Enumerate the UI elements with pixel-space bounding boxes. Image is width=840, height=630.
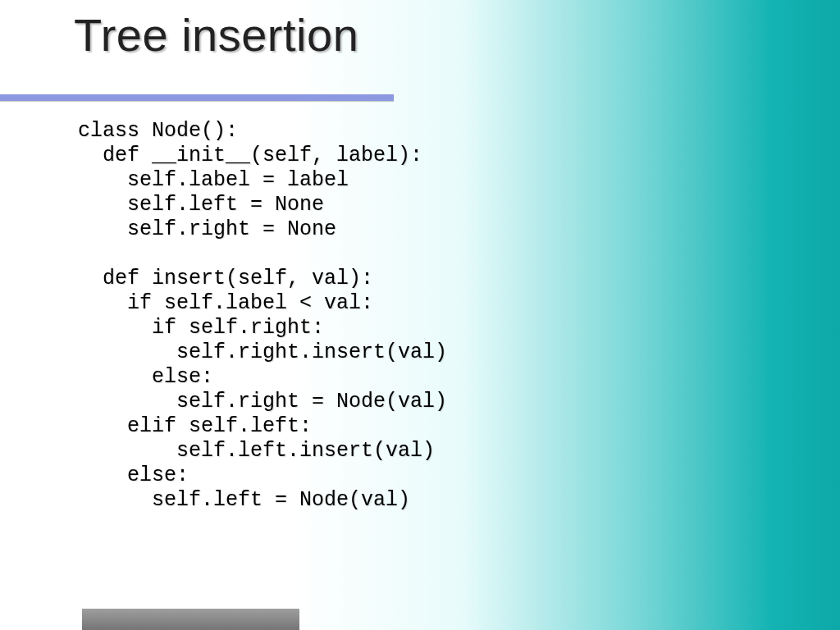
title-underline (0, 94, 394, 101)
slide: Tree insertion class Node(): def __init_… (0, 0, 840, 630)
code-block: class Node(): def __init__(self, label):… (78, 119, 447, 513)
slide-title: Tree insertion (74, 8, 358, 62)
footer-decoration (82, 609, 299, 630)
